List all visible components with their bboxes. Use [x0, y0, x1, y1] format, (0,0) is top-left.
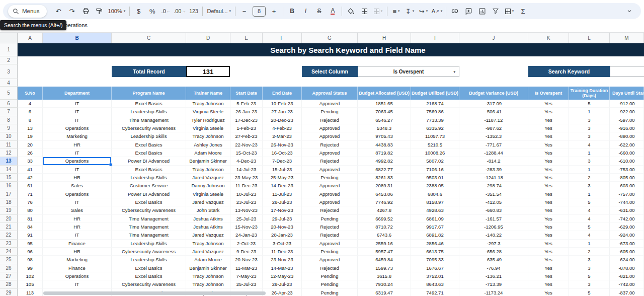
cell[interactable]: Cybersecurity Awareness [112, 124, 186, 132]
row-number[interactable]: 4 [0, 79, 18, 87]
cell[interactable]: Yes [528, 166, 569, 174]
row-number[interactable]: 6 [0, 100, 18, 108]
italic-button[interactable]: I [299, 5, 312, 18]
cell[interactable]: Adam Moore [186, 149, 230, 157]
format-currency-button[interactable]: $ [132, 5, 145, 18]
cell[interactable]: -297.3 [459, 240, 528, 248]
cell[interactable]: Leadership Skills [112, 256, 186, 264]
cell[interactable]: Yes [528, 141, 569, 149]
cell[interactable]: -283.39 [459, 166, 528, 174]
cell[interactable]: 1 [569, 240, 610, 248]
cell[interactable]: Operations [43, 124, 112, 132]
cell[interactable]: Pending [302, 174, 358, 182]
cell[interactable]: 14-Jul-23 [230, 166, 263, 174]
format-percent-button[interactable]: % [145, 5, 159, 18]
cell[interactable]: 11057.73 [411, 132, 459, 140]
cell[interactable]: Yes [528, 264, 569, 272]
cell[interactable]: 2-Mar-23 [263, 132, 302, 140]
insert-link-button[interactable] [448, 5, 462, 18]
cell[interactable]: 4992.82 [358, 157, 411, 165]
more-formats-button[interactable]: 123 [187, 5, 200, 18]
fill-color-button[interactable] [344, 5, 358, 18]
cell[interactable]: IT [43, 166, 112, 174]
cell[interactable]: 9917.67 [411, 223, 459, 231]
cell[interactable]: 7-Dec-23 [263, 157, 302, 165]
cell[interactable]: Joshua Atkins [186, 223, 230, 231]
cell[interactable]: Excel Basics [112, 141, 186, 149]
cell[interactable]: Approved [302, 100, 358, 108]
cell[interactable]: Finance [43, 240, 112, 248]
row-number[interactable]: 7 [0, 108, 18, 116]
borders-button[interactable] [358, 5, 371, 18]
cell[interactable]: 4 [569, 215, 610, 223]
hide-menus-button[interactable] [622, 5, 636, 18]
cell[interactable]: 28-Jul-23 [263, 198, 302, 206]
cell[interactable]: Yes [528, 289, 569, 296]
cell[interactable]: 25-Jul-23 [230, 215, 263, 223]
cell[interactable]: Marketing [43, 132, 112, 140]
row-number[interactable]: 24 [0, 248, 18, 256]
cell[interactable]: 16-Oct-23 [263, 149, 302, 157]
header-budget-utilized[interactable]: Budget Utilized (USD) [411, 87, 459, 100]
cell[interactable]: 1 [569, 190, 610, 198]
cell[interactable]: 26-Jan-23 [230, 108, 263, 116]
cell[interactable]: -1288.44 [459, 149, 528, 157]
cell[interactable]: 61 [18, 182, 43, 190]
cell[interactable]: -814.2 [459, 157, 528, 165]
cell[interactable]: 6743.6 [358, 231, 411, 239]
undo-button[interactable]: ↶ [52, 5, 65, 18]
cell[interactable]: -757.00 [610, 190, 644, 198]
cell[interactable]: Joshua Atkins [186, 215, 230, 223]
row-number[interactable]: 16 [0, 182, 18, 190]
cell[interactable]: Time Management [112, 231, 186, 239]
cell[interactable]: 7492.71 [411, 289, 459, 296]
column-header-M[interactable]: M [610, 33, 644, 43]
cell[interactable]: 11-Dec-23 [230, 182, 263, 190]
cell[interactable]: 14-Mar-23 [263, 264, 302, 272]
cell[interactable]: 4-Dec-23 [230, 157, 263, 165]
cell[interactable]: Leadership Skills [112, 132, 186, 140]
cell[interactable]: Cybersecurity Awareness [112, 206, 186, 214]
cell[interactable]: 8261.83 [358, 174, 411, 182]
bold-button[interactable]: B [285, 5, 299, 18]
cell[interactable]: 81 [18, 215, 43, 223]
cell[interactable]: 15-Jul-23 [263, 166, 302, 174]
cell[interactable]: -660.83 [459, 206, 528, 214]
cell[interactable]: -597.00 [610, 116, 644, 124]
cell[interactable]: Pending [302, 272, 358, 280]
cell[interactable]: Excel Basics [112, 166, 186, 174]
cell[interactable]: Excel Basics [112, 100, 186, 108]
cell[interactable]: -753.00 [610, 166, 644, 174]
decrease-font-size-button[interactable]: − [237, 5, 251, 18]
cell[interactable]: 7569.86 [411, 108, 459, 116]
cell[interactable]: -656.28 [459, 248, 528, 256]
cell[interactable]: 3 [569, 182, 610, 190]
cell[interactable]: 1676.67 [411, 264, 459, 272]
cell[interactable]: Sales [43, 206, 112, 214]
header-department[interactable]: Department [43, 87, 112, 100]
cell[interactable]: 3-Oct-23 [263, 240, 302, 248]
cell[interactable]: 42 [18, 174, 43, 182]
cell[interactable]: 2559.16 [358, 240, 411, 248]
cell[interactable]: 4 [569, 206, 610, 214]
cell[interactable]: 2089.31 [358, 182, 411, 190]
cell[interactable]: -922.00 [610, 108, 644, 116]
cell[interactable]: 29-Jul-23 [263, 215, 302, 223]
cell[interactable]: Yes [528, 132, 569, 140]
cell[interactable]: 3 [569, 264, 610, 272]
cell[interactable]: 25-May-23 [263, 174, 302, 182]
cell[interactable]: 7733.39 [411, 116, 459, 124]
cell[interactable]: Yes [528, 215, 569, 223]
cell[interactable]: -161.57 [459, 215, 528, 223]
font-size-input[interactable]: 8 [253, 6, 266, 17]
cell[interactable]: 6453.06 [358, 190, 411, 198]
cell[interactable]: 27-Jan-23 [263, 108, 302, 116]
row-number[interactable]: 22 [0, 231, 18, 239]
cell[interactable]: 20-Nov-23 [263, 223, 302, 231]
cell[interactable]: Approved [302, 190, 358, 198]
row-number[interactable]: 27 [0, 272, 18, 280]
cell[interactable]: Pending [302, 289, 358, 296]
select-all-corner[interactable] [0, 33, 18, 43]
cell[interactable]: Adam Moore [186, 256, 230, 264]
cell[interactable]: -744.00 [610, 198, 644, 206]
